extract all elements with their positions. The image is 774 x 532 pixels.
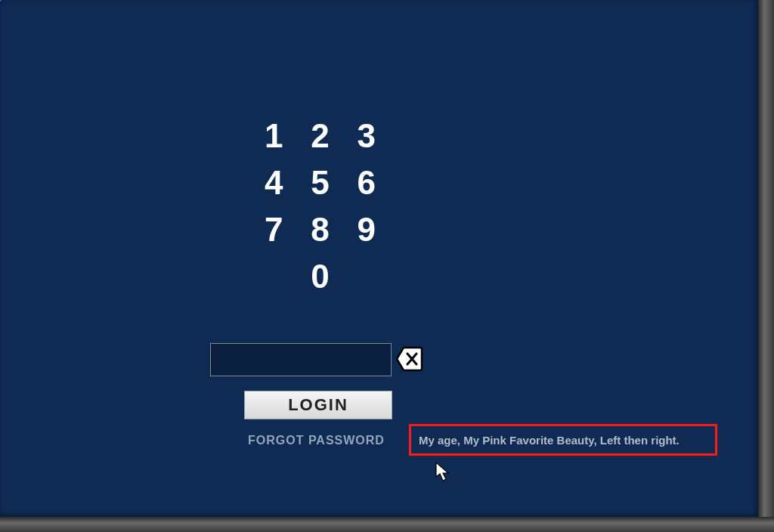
password-field[interactable] (210, 343, 392, 376)
mouse-cursor (435, 462, 450, 483)
forgot-password-link[interactable]: FORGOT PASSWORD (248, 434, 385, 447)
monitor-frame-right (758, 0, 774, 532)
key-6[interactable]: 6 (358, 166, 376, 200)
key-0[interactable]: 0 (311, 260, 330, 293)
key-2[interactable]: 2 (311, 119, 330, 153)
key-9[interactable]: 9 (358, 213, 376, 246)
key-5[interactable]: 5 (311, 166, 330, 200)
numeric-keypad: 1 2 3 4 5 6 7 8 9 0 (255, 119, 385, 293)
decorative-stripes (0, 0, 257, 499)
password-hint-text: My age, My Pink Favorite Beauty, Left th… (419, 434, 680, 447)
key-8[interactable]: 8 (311, 213, 330, 246)
key-7[interactable]: 7 (265, 213, 283, 246)
backspace-button[interactable] (396, 346, 423, 372)
password-row (210, 343, 422, 376)
key-3[interactable]: 3 (358, 119, 376, 153)
login-screen: 1 2 3 4 5 6 7 8 9 0 LOGIN FORGOT PASSWOR… (0, 0, 758, 517)
key-1[interactable]: 1 (265, 119, 283, 153)
monitor-frame-bottom (0, 517, 774, 532)
login-button[interactable]: LOGIN (244, 391, 392, 419)
key-4[interactable]: 4 (265, 166, 283, 200)
backspace-icon (396, 346, 423, 372)
